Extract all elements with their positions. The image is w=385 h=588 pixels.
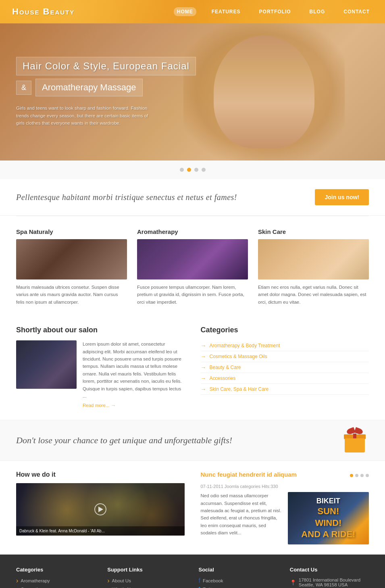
list-item[interactable]: → Beauty & Care <box>201 362 369 373</box>
service-aroma-image <box>137 239 248 279</box>
twitter-icon: t <box>199 586 200 588</box>
about-image <box>16 340 77 389</box>
service-aroma-desc: Fusce posuere tempus ullamcorper. Nam lo… <box>137 284 248 306</box>
footer-contact-title: Contact Us <box>290 567 369 573</box>
blog-meta: 07-11-2011 Joomla categories Hits:330 <box>201 484 369 489</box>
play-button[interactable] <box>94 503 106 515</box>
hero-face-image <box>214 35 314 148</box>
promo-banner: Pellentesque habitant morbi tristique se… <box>0 179 385 216</box>
blog-header-row: Nunc feugiat hendrerit id aliquam <box>201 471 369 480</box>
hero-subtitle: Aromatherapy Massage <box>35 79 143 96</box>
footer-facebook[interactable]: Facebook <box>203 578 223 583</box>
about-title: Shortly about our salon <box>16 326 185 334</box>
video-thumbnail[interactable]: Dabruck & Klein feat. Anna McDonald - 'A… <box>16 483 185 536</box>
nav-portfolio[interactable]: PORTFOLIO <box>256 7 294 16</box>
blog-title[interactable]: Nunc feugiat hendrerit id aliquam <box>201 471 297 478</box>
category-accessories-link[interactable]: Accessories <box>210 375 236 381</box>
services-grid: Spa Naturaly Mauris malesuada ultrices c… <box>16 228 369 306</box>
join-button[interactable]: Join us now! <box>315 189 369 205</box>
service-spa-desc: Mauris malesuada ultrices consetur. Susp… <box>16 284 127 306</box>
blog-thumb-inner: BIKEITSUN!WIND!AND A RIDE! <box>288 492 369 544</box>
bullet-icon: › <box>107 578 109 584</box>
dot-2[interactable] <box>187 168 191 172</box>
cat-arrow-icon: → <box>201 375 206 382</box>
logo: House Beauty <box>12 6 174 17</box>
gift-banner: Don't lose your chance to get unique and… <box>0 420 385 461</box>
gift-text: Don't lose your chance to get unique and… <box>16 435 232 446</box>
categories-title: Categories <box>201 326 369 334</box>
list-item[interactable]: → Aromatherapy & Body Treatment <box>201 340 369 351</box>
read-more-link[interactable]: Read more... → <box>83 403 185 408</box>
bullet-icon: › <box>16 586 18 588</box>
blog-dot-3[interactable] <box>360 474 364 477</box>
how-section: How we do it Dabruck & Klein feat. Anna … <box>16 471 185 544</box>
service-skin-title: Skin Care <box>258 228 369 235</box>
cat-arrow-icon: → <box>201 386 206 392</box>
about-text: Lorem ipsum dolor sit amet, consectetur … <box>83 340 185 400</box>
nav-features[interactable]: FEATURES <box>208 7 244 16</box>
list-item: 📍 17801 International Boulevard Seattle,… <box>290 578 369 587</box>
service-spa: Spa Naturaly Mauris malesuada ultrices c… <box>16 228 127 306</box>
service-skin-desc: Etiam nec eros nulla, eget varius nulla.… <box>258 284 369 306</box>
blog-dot-4[interactable] <box>366 474 369 477</box>
nav-blog[interactable]: BLOG <box>306 7 329 16</box>
footer-address: 17801 International Boulevard Seattle, W… <box>299 578 369 587</box>
categories-section: Categories → Aromatherapy & Body Treatme… <box>201 326 369 408</box>
blog-thumbnail: BIKEITSUN!WIND!AND A RIDE! <box>288 492 369 544</box>
service-spa-image <box>16 239 127 279</box>
category-aroma-link[interactable]: Aromatherapy & Body Treatment <box>210 343 280 348</box>
how-title: How we do it <box>16 471 185 478</box>
list-item: ›What's New <box>107 586 186 588</box>
footer-contact: Contact Us 📍 17801 International Bouleva… <box>290 567 369 588</box>
service-aroma: Aromatherapy Fusce posuere tempus ullamc… <box>137 228 248 306</box>
promo-text: Pellentesque habitant morbi tristique se… <box>16 193 237 202</box>
facebook-icon: f <box>199 578 200 584</box>
service-skin: Skin Care Etiam nec eros nulla, eget var… <box>258 228 369 306</box>
cat-arrow-icon: → <box>201 364 206 371</box>
service-spa-title: Spa Naturaly <box>16 228 127 235</box>
blog-thumb-text: BIKEITSUN!WIND!AND A RIDE! <box>301 496 355 540</box>
hero-title-box: Hair Color & Style, European Facial <box>16 57 196 75</box>
footer-support: Support Links ›About Us ›What's New ›Aff… <box>107 567 186 588</box>
nav-contact[interactable]: CONTACT <box>340 7 373 16</box>
footer-social: Social f Facebook t Twitter in LinkedIn … <box>199 567 278 588</box>
hero-description: Girls and teens want to look sharp and f… <box>16 104 157 127</box>
category-cosmetics-link[interactable]: Cosmetics & Massage Oils <box>210 354 267 359</box>
category-list: → Aromatherapy & Body Treatment → Cosmet… <box>201 340 369 395</box>
bullet-icon: › <box>107 586 109 588</box>
footer-support-title: Support Links <box>107 567 186 573</box>
footer-contact-list: 📍 17801 International Boulevard Seattle,… <box>290 578 369 588</box>
bullet-icon: › <box>16 578 18 584</box>
cat-arrow-icon: → <box>201 342 206 349</box>
cat-arrow-icon: → <box>201 353 206 360</box>
blog-dot-1[interactable] <box>350 474 353 477</box>
list-item[interactable]: → Skin Care, Spa & Hair Care <box>201 384 369 395</box>
dot-3[interactable] <box>194 168 198 172</box>
footer-cat-1[interactable]: Aromatherapy <box>21 578 50 583</box>
nav: HOME FEATURES PORTFOLIO BLOG CONTACT <box>174 7 373 16</box>
dot-1[interactable] <box>180 168 184 172</box>
footer: Categories ›Aromatherapy ›Cosmetics ›Bea… <box>0 555 385 588</box>
about-inner: Lorem ipsum dolor sit amet, consectetur … <box>16 340 185 408</box>
list-item[interactable]: → Accessories <box>201 373 369 384</box>
nav-home[interactable]: HOME <box>174 7 196 16</box>
blog-dot-2[interactable] <box>355 474 358 477</box>
hero-content: Hair Color & Style, European Facial & Ar… <box>0 57 212 127</box>
list-item: f Facebook <box>199 578 278 584</box>
list-item[interactable]: → Cosmetics & Massage Oils <box>201 351 369 362</box>
video-label: Dabruck & Klein feat. Anna McDonald - 'A… <box>16 526 185 536</box>
footer-grid: Categories ›Aromatherapy ›Cosmetics ›Bea… <box>16 567 369 588</box>
blog-section: Nunc feugiat hendrerit id aliquam 07-11-… <box>201 471 369 544</box>
category-skincare-link[interactable]: Skin Care, Spa & Hair Care <box>210 386 269 392</box>
list-item: ›About Us <box>107 578 186 584</box>
hero-amp: & <box>16 81 31 95</box>
category-beauty-link[interactable]: Beauty & Care <box>210 365 241 370</box>
footer-support-1[interactable]: About Us <box>112 578 131 583</box>
slider-dots <box>0 161 385 179</box>
gift-icon <box>341 428 369 452</box>
dot-4[interactable] <box>202 168 206 172</box>
blog-dots <box>350 474 369 477</box>
footer-categories-title: Categories <box>16 567 95 573</box>
about-text-block: Lorem ipsum dolor sit amet, consectetur … <box>83 340 185 408</box>
footer-social-list: f Facebook t Twitter in LinkedIn v Vimeo <box>199 578 278 588</box>
